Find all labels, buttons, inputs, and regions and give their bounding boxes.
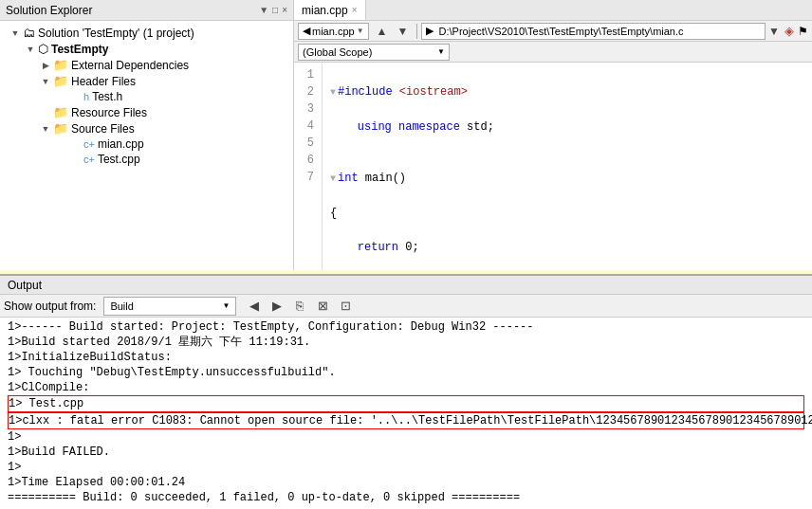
sep1 — [416, 24, 417, 39]
tree-item-extdep[interactable]: ▶ 📁 External Dependencies — [0, 57, 293, 73]
solution-label: Solution 'TestEmpty' (1 project) — [38, 27, 194, 40]
solution-explorer-titlebar: Solution Explorer ▼ □ × — [0, 0, 293, 21]
tree-item-solution[interactable]: ▼ 🗂 Solution 'TestEmpty' (1 project) — [0, 25, 293, 41]
path-icon: ▶ — [426, 25, 434, 37]
show-output-label: Show output from: — [4, 300, 96, 313]
path-text: D:\Project\VS2010\Test\TestEmpty\TestEmp… — [439, 26, 684, 37]
tree-item-maincpp[interactable]: c+ mian.cpp — [0, 136, 293, 152]
file-dropdown-arrow-left: ◀ — [303, 25, 310, 37]
output-titlebar: Output — [0, 276, 812, 295]
code-editor[interactable]: 1 2 3 4 5 6 7 ▼#include <iostream> using… — [294, 63, 812, 270]
output-line-2: 1>Build started 2018/9/1 星期六 下午 11:19:31… — [8, 335, 804, 350]
code-line-2: using namespace std; — [330, 118, 804, 136]
tree-item-testh[interactable]: h Test.h — [0, 89, 293, 104]
output-panel: Output Show output from: Build ▼ ◀ ▶ ⎘ ⊠… — [0, 274, 812, 509]
headerfiles-label: Header Files — [71, 75, 136, 88]
code-line-6: return 0; — [330, 239, 804, 256]
collapse-4[interactable]: ▼ — [330, 173, 336, 184]
line-numbers: 1 2 3 4 5 6 7 — [294, 63, 323, 270]
output-copy-btn[interactable]: ⎘ — [289, 296, 310, 317]
maincpp-label: mian.cpp — [98, 137, 144, 151]
output-prev-btn[interactable]: ◀ — [244, 296, 265, 317]
code-line-5: { — [330, 205, 804, 222]
nav-up-btn[interactable]: ▲ — [373, 23, 392, 40]
srcfiles-label: Source Files — [71, 122, 135, 136]
expand-headerfiles[interactable]: ▼ — [38, 77, 53, 86]
path-dropdown-chevron[interactable]: ▼ — [767, 23, 781, 40]
solution-icon: 🗂 — [23, 26, 35, 40]
extdep-label: External Dependencies — [71, 59, 189, 72]
output-line-12: ========== Build: 0 succeeded, 1 failed,… — [8, 490, 804, 505]
project-icon: ⬡ — [38, 42, 48, 56]
testh-icon: h — [83, 91, 89, 102]
scope-chevron: ▼ — [437, 47, 445, 56]
main-area: Solution Explorer ▼ □ × ▼ 🗂 Solution 'Te… — [0, 0, 812, 270]
output-line-5: 1>ClCompile: — [8, 380, 804, 395]
resfiles-icon: 📁 — [53, 105, 68, 119]
output-line-1: 1>------ Build started: Project: TestEmp… — [8, 319, 804, 335]
output-line-7: 1>clxx : fatal error C1083: Cannot open … — [8, 412, 804, 429]
output-source-dropdown[interactable]: Build ▼ — [103, 297, 236, 316]
pin-icon[interactable]: ▼ — [259, 5, 268, 15]
file-dropdown-chevron: ▼ — [357, 27, 364, 35]
output-source-value: Build — [110, 300, 133, 312]
extdep-icon: 📁 — [53, 58, 68, 72]
solution-explorer-title: Solution Explorer — [6, 4, 92, 17]
output-toolbar: Show output from: Build ▼ ◀ ▶ ⎘ ⊠ ⊡ — [0, 295, 812, 318]
bookmark-icon: ◈ — [784, 24, 794, 38]
tab-maincpp[interactable]: mian.cpp × — [294, 0, 366, 20]
maincpp-icon: c+ — [83, 138, 95, 150]
output-line-3: 1>InitializeBuildStatus: — [8, 350, 804, 365]
tab-maincpp-label: mian.cpp — [302, 4, 348, 17]
collapse-1[interactable]: ▼ — [330, 87, 336, 98]
flag-icon: ⚑ — [798, 25, 808, 38]
tree-item-resfiles[interactable]: 📁 Resource Files — [0, 104, 293, 120]
headerfiles-icon: 📁 — [53, 74, 68, 88]
scope-value: (Global Scope) — [303, 46, 372, 58]
tree-area: ▼ 🗂 Solution 'TestEmpty' (1 project) ▼ ⬡… — [0, 21, 293, 270]
output-clear-btn[interactable]: ⊠ — [312, 296, 333, 317]
expand-solution[interactable]: ▼ — [8, 28, 23, 38]
close-icon[interactable]: × — [282, 5, 287, 15]
code-line-1: ▼#include <iostream> — [330, 83, 804, 101]
code-line-4: ▼int main() — [330, 170, 804, 188]
output-line-6: 1> Test.cpp — [8, 395, 804, 412]
project-label: TestEmpty — [51, 43, 108, 56]
output-line-9: 1>Build FAILED. — [8, 445, 804, 460]
editor-tabs: mian.cpp × — [294, 0, 812, 21]
output-next-btn[interactable]: ▶ — [267, 296, 287, 317]
srcfiles-icon: 📁 — [53, 121, 68, 136]
editor-area: mian.cpp × ◀ mian.cpp ▼ ▲ ▼ ▶ D:\Project… — [294, 0, 812, 270]
output-find-btn[interactable]: ⊡ — [335, 296, 356, 317]
expand-extdep[interactable]: ▶ — [38, 61, 53, 70]
scope-bar: (Global Scope) ▼ — [294, 42, 812, 63]
output-line-8: 1> — [8, 429, 804, 445]
testcpp-icon: c+ — [83, 154, 95, 165]
testcpp-label: Test.cpp — [98, 153, 140, 166]
scope-dropdown[interactable]: (Global Scope) ▼ — [298, 44, 450, 61]
tree-item-testcpp[interactable]: c+ Test.cpp — [0, 152, 293, 167]
path-display: ▶ D:\Project\VS2010\Test\TestEmpty\TestE… — [421, 23, 766, 40]
output-title: Output — [8, 279, 42, 292]
expand-project[interactable]: ▼ — [23, 45, 38, 54]
output-line-11: 1>Time Elapsed 00:00:01.24 — [8, 475, 804, 490]
panel-title-icons: ▼ □ × — [259, 5, 287, 15]
testh-label: Test.h — [92, 90, 122, 103]
output-line-4: 1> Touching "Debug\TestEmpty.unsuccessfu… — [8, 365, 804, 380]
tree-item-srcfiles[interactable]: ▼ 📁 Source Files — [0, 120, 293, 136]
file-dropdown[interactable]: ◀ mian.cpp ▼ — [298, 23, 369, 40]
file-dropdown-value: mian.cpp — [312, 26, 355, 37]
expand-srcfiles[interactable]: ▼ — [38, 124, 53, 134]
solution-explorer: Solution Explorer ▼ □ × ▼ 🗂 Solution 'Te… — [0, 0, 294, 270]
dock-icon[interactable]: □ — [272, 5, 278, 15]
nav-down-btn[interactable]: ▼ — [394, 23, 413, 40]
tree-item-headerfiles[interactable]: ▼ 📁 Header Files — [0, 73, 293, 89]
output-line-10: 1> — [8, 460, 804, 475]
resfiles-label: Resource Files — [71, 106, 147, 119]
editor-path-toolbar: ◀ mian.cpp ▼ ▲ ▼ ▶ D:\Project\VS2010\Tes… — [294, 21, 812, 42]
tree-item-project[interactable]: ▼ ⬡ TestEmpty — [0, 41, 293, 57]
tab-close-icon[interactable]: × — [352, 5, 358, 15]
output-source-chevron: ▼ — [222, 301, 230, 310]
output-content: 1>------ Build started: Project: TestEmp… — [0, 318, 812, 509]
code-content[interactable]: ▼#include <iostream> using namespace std… — [323, 63, 812, 270]
